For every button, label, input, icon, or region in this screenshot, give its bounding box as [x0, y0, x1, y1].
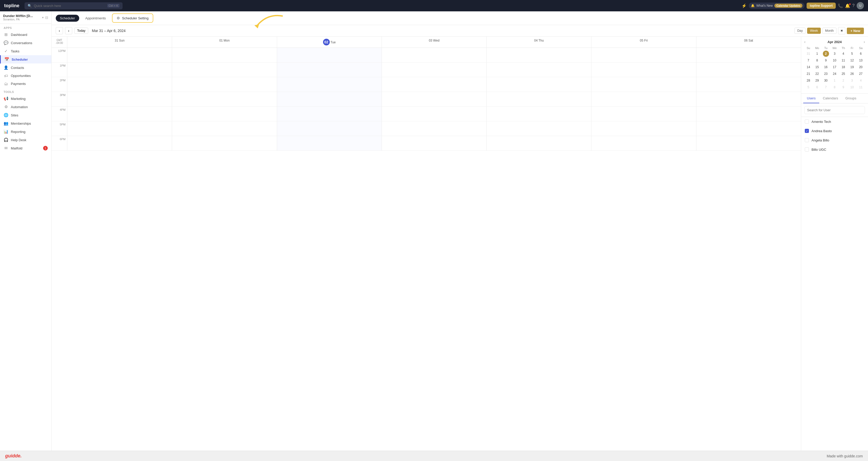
mini-day[interactable]: 23 [823, 71, 829, 77]
sidebar-item-payments[interactable]: 🗂 Payments [0, 80, 51, 88]
cal-cell[interactable] [67, 121, 172, 136]
day-view-button[interactable]: Day [795, 28, 806, 34]
mini-day[interactable]: 24 [831, 71, 838, 77]
mini-day[interactable]: 10 [849, 84, 855, 90]
cal-cell[interactable] [591, 121, 696, 136]
mini-day[interactable]: 2 [840, 78, 846, 84]
help-icon[interactable]: ? [852, 3, 855, 8]
cal-cell[interactable] [486, 48, 591, 62]
cal-cell[interactable] [172, 106, 277, 121]
cal-cell[interactable] [696, 106, 801, 121]
mini-day[interactable]: 15 [814, 64, 820, 70]
sidebar-item-memberships[interactable]: 👥 Memberships [0, 119, 51, 127]
user-item-andrea-basto[interactable]: ✓ Andrea Basto [801, 126, 868, 135]
whats-new-button[interactable]: 🔔 What's New Calendar Updates [749, 3, 805, 9]
cal-cell-today[interactable] [277, 106, 382, 121]
cal-cell-today[interactable] [277, 121, 382, 136]
week-view-button[interactable]: Week [807, 28, 820, 34]
cal-cell[interactable] [486, 136, 591, 151]
cal-cell[interactable] [67, 48, 172, 62]
mini-day[interactable]: 17 [831, 64, 838, 70]
mini-day[interactable]: 5 [849, 51, 855, 57]
scheduler-setting-button[interactable]: ⚙ Scheduler Setting [112, 13, 153, 23]
cal-cell[interactable] [382, 92, 486, 106]
mini-day[interactable]: 4 [840, 51, 846, 57]
cal-cell[interactable] [486, 62, 591, 77]
tab-groups[interactable]: Groups [842, 94, 860, 103]
mini-day[interactable]: 11 [858, 84, 864, 90]
cal-cell[interactable] [172, 77, 277, 92]
cal-cell[interactable] [591, 92, 696, 106]
next-button[interactable]: › [65, 27, 72, 34]
cal-cell[interactable] [382, 62, 486, 77]
cal-cell[interactable] [67, 62, 172, 77]
support-button[interactable]: topline Support [807, 3, 836, 9]
cal-cell[interactable] [591, 136, 696, 151]
mini-day[interactable]: 21 [805, 71, 811, 77]
user-checkbox-amento[interactable] [805, 120, 809, 124]
cal-cell[interactable] [696, 62, 801, 77]
mini-day[interactable]: 8 [814, 57, 820, 63]
cal-cell[interactable] [382, 121, 486, 136]
mini-day[interactable]: 7 [805, 57, 811, 63]
avatar[interactable]: U [857, 2, 864, 9]
mini-day[interactable]: 3 [831, 51, 838, 57]
cal-cell[interactable] [172, 92, 277, 106]
notifications-icon[interactable]: 🔔 [845, 3, 850, 8]
cal-cell[interactable] [486, 106, 591, 121]
mini-day[interactable]: 7 [823, 84, 829, 90]
mini-day[interactable]: 28 [805, 78, 811, 84]
mini-day[interactable]: 9 [823, 57, 829, 63]
mini-day[interactable]: 16 [823, 64, 829, 70]
appointments-tab[interactable]: Appointments [81, 15, 110, 22]
mini-day[interactable]: 1 [814, 51, 820, 57]
scheduler-tab[interactable]: Scheduler [56, 15, 79, 22]
month-view-button[interactable]: Month [822, 28, 837, 34]
mini-day[interactable]: 27 [858, 71, 864, 77]
cal-settings-icon[interactable]: ☀ [838, 27, 845, 34]
mini-day[interactable]: 22 [814, 71, 820, 77]
sidebar-item-automation[interactable]: ⚙ Automation [0, 103, 51, 111]
sidebar-item-mailfold[interactable]: ✉ Mailfold 1 [0, 144, 51, 152]
sidebar-item-helpdesk[interactable]: 🎧 Help Desk [0, 136, 51, 144]
mini-day[interactable]: 1 [831, 78, 838, 84]
cal-cell[interactable] [591, 106, 696, 121]
sidebar-item-conversations[interactable]: 💬 Conversations [0, 39, 51, 47]
cal-cell[interactable] [486, 92, 591, 106]
cal-cell-today[interactable] [277, 48, 382, 62]
cal-cell-today[interactable] [277, 92, 382, 106]
tab-calendars[interactable]: Calendars [819, 94, 842, 103]
cal-cell[interactable] [382, 106, 486, 121]
user-checkbox-angela[interactable] [805, 138, 809, 142]
mini-day-today[interactable]: 2 [823, 51, 829, 57]
prev-button[interactable]: ‹ [56, 27, 63, 34]
mini-day[interactable]: 4 [858, 78, 864, 84]
cal-cell[interactable] [486, 77, 591, 92]
user-checkbox-billo[interactable] [805, 147, 809, 152]
mini-day[interactable]: 30 [823, 78, 829, 84]
user-item-angela-billo[interactable]: Angela Billo [801, 135, 868, 145]
mini-day[interactable]: 6 [858, 51, 864, 57]
panel-icon[interactable]: ⊟ [45, 16, 48, 20]
mini-cal-next[interactable]: › [864, 40, 865, 44]
mini-day[interactable]: 3 [849, 78, 855, 84]
cal-cell[interactable] [696, 77, 801, 92]
mini-day[interactable]: 26 [849, 71, 855, 77]
mini-day[interactable]: 19 [849, 64, 855, 70]
mini-day[interactable]: 11 [840, 57, 846, 63]
mini-day[interactable]: 29 [814, 78, 820, 84]
sidebar-item-marketing[interactable]: 📢 Marketing [0, 94, 51, 103]
cal-cell[interactable] [591, 77, 696, 92]
cal-cell[interactable] [172, 48, 277, 62]
mini-cal-prev[interactable]: ‹ [804, 40, 806, 44]
cal-cell[interactable] [696, 121, 801, 136]
search-bar[interactable]: 🔍 Ctrl + K [25, 2, 123, 9]
user-item-billo-ugc[interactable]: Billo UGC [801, 145, 868, 154]
cal-cell[interactable] [382, 48, 486, 62]
sidebar-item-opportunities[interactable]: 🏷 Opportunities [0, 72, 51, 80]
cal-cell[interactable] [172, 136, 277, 151]
cal-cell[interactable] [67, 92, 172, 106]
sidebar-item-sites[interactable]: 🌐 Sites [0, 111, 51, 119]
sidebar-item-reporting[interactable]: 📊 Reporting [0, 127, 51, 136]
cal-cell[interactable] [67, 136, 172, 151]
